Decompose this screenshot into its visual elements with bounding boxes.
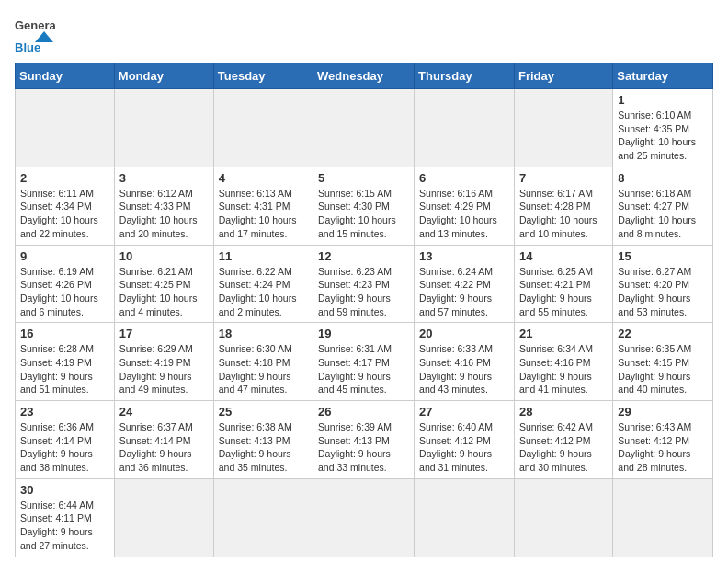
calendar-cell: 1Sunrise: 6:10 AM Sunset: 4:35 PM Daylig… xyxy=(613,89,713,167)
calendar-cell xyxy=(613,478,713,557)
day-info: Sunrise: 6:37 AM Sunset: 4:14 PM Dayligh… xyxy=(119,420,209,475)
day-info: Sunrise: 6:33 AM Sunset: 4:16 PM Dayligh… xyxy=(419,342,509,396)
weekday-header-tuesday: Tuesday xyxy=(213,63,313,89)
day-info: Sunrise: 6:17 AM Sunset: 4:28 PM Dayligh… xyxy=(519,187,608,241)
day-info: Sunrise: 6:18 AM Sunset: 4:27 PM Dayligh… xyxy=(618,187,708,241)
calendar-cell: 7Sunrise: 6:17 AM Sunset: 4:28 PM Daylig… xyxy=(514,167,612,245)
calendar-cell: 13Sunrise: 6:24 AM Sunset: 4:22 PM Dayli… xyxy=(415,245,515,323)
calendar-cell: 26Sunrise: 6:39 AM Sunset: 4:13 PM Dayli… xyxy=(313,401,415,479)
day-number: 2 xyxy=(20,171,109,185)
weekday-header-row: SundayMondayTuesdayWednesdayThursdayFrid… xyxy=(16,63,713,89)
calendar-cell xyxy=(514,89,612,167)
calendar-cell: 25Sunrise: 6:38 AM Sunset: 4:13 PM Dayli… xyxy=(213,401,313,479)
day-number: 13 xyxy=(419,249,509,263)
day-number: 28 xyxy=(519,405,608,419)
weekday-header-saturday: Saturday xyxy=(613,63,713,89)
day-number: 19 xyxy=(318,327,409,340)
calendar-cell: 4Sunrise: 6:13 AM Sunset: 4:31 PM Daylig… xyxy=(213,167,313,245)
svg-text:General: General xyxy=(15,18,55,32)
calendar-cell: 5Sunrise: 6:15 AM Sunset: 4:30 PM Daylig… xyxy=(313,167,415,245)
day-number: 9 xyxy=(20,249,109,263)
calendar-table: SundayMondayTuesdayWednesdayThursdayFrid… xyxy=(15,63,713,557)
calendar-cell: 28Sunrise: 6:42 AM Sunset: 4:12 PM Dayli… xyxy=(514,401,612,479)
day-info: Sunrise: 6:15 AM Sunset: 4:30 PM Dayligh… xyxy=(318,187,409,241)
weekday-header-friday: Friday xyxy=(514,63,612,89)
calendar-cell: 17Sunrise: 6:29 AM Sunset: 4:19 PM Dayli… xyxy=(114,323,213,401)
day-info: Sunrise: 6:11 AM Sunset: 4:34 PM Dayligh… xyxy=(20,187,109,241)
day-number: 17 xyxy=(119,327,209,340)
day-info: Sunrise: 6:38 AM Sunset: 4:13 PM Dayligh… xyxy=(219,420,308,475)
day-info: Sunrise: 6:22 AM Sunset: 4:24 PM Dayligh… xyxy=(219,265,308,319)
calendar-cell: 24Sunrise: 6:37 AM Sunset: 4:14 PM Dayli… xyxy=(114,401,213,479)
day-info: Sunrise: 6:13 AM Sunset: 4:31 PM Dayligh… xyxy=(219,187,308,241)
calendar-cell: 12Sunrise: 6:23 AM Sunset: 4:23 PM Dayli… xyxy=(313,245,415,323)
day-info: Sunrise: 6:12 AM Sunset: 4:33 PM Dayligh… xyxy=(119,187,209,241)
calendar-cell: 14Sunrise: 6:25 AM Sunset: 4:21 PM Dayli… xyxy=(514,245,612,323)
day-info: Sunrise: 6:30 AM Sunset: 4:18 PM Dayligh… xyxy=(219,342,308,396)
day-info: Sunrise: 6:19 AM Sunset: 4:26 PM Dayligh… xyxy=(20,265,109,319)
calendar-cell: 30Sunrise: 6:44 AM Sunset: 4:11 PM Dayli… xyxy=(16,478,115,557)
calendar-cell: 2Sunrise: 6:11 AM Sunset: 4:34 PM Daylig… xyxy=(16,167,115,245)
calendar-cell: 22Sunrise: 6:35 AM Sunset: 4:15 PM Dayli… xyxy=(613,323,713,401)
day-info: Sunrise: 6:24 AM Sunset: 4:22 PM Dayligh… xyxy=(419,265,509,319)
calendar-cell: 8Sunrise: 6:18 AM Sunset: 4:27 PM Daylig… xyxy=(613,167,713,245)
calendar-cell: 11Sunrise: 6:22 AM Sunset: 4:24 PM Dayli… xyxy=(213,245,313,323)
calendar-cell: 6Sunrise: 6:16 AM Sunset: 4:29 PM Daylig… xyxy=(415,167,515,245)
calendar-cell: 21Sunrise: 6:34 AM Sunset: 4:16 PM Dayli… xyxy=(514,323,612,401)
day-info: Sunrise: 6:40 AM Sunset: 4:12 PM Dayligh… xyxy=(419,420,509,475)
day-number: 27 xyxy=(419,405,509,419)
day-info: Sunrise: 6:27 AM Sunset: 4:20 PM Dayligh… xyxy=(618,265,708,319)
calendar-week-3: 9Sunrise: 6:19 AM Sunset: 4:26 PM Daylig… xyxy=(16,245,713,323)
calendar-cell: 18Sunrise: 6:30 AM Sunset: 4:18 PM Dayli… xyxy=(213,323,313,401)
day-info: Sunrise: 6:39 AM Sunset: 4:13 PM Dayligh… xyxy=(318,420,409,475)
day-number: 29 xyxy=(618,405,708,419)
calendar-cell xyxy=(415,89,515,167)
day-info: Sunrise: 6:10 AM Sunset: 4:35 PM Dayligh… xyxy=(618,109,708,163)
calendar-week-2: 2Sunrise: 6:11 AM Sunset: 4:34 PM Daylig… xyxy=(16,167,713,245)
day-number: 23 xyxy=(20,405,109,419)
calendar-week-6: 30Sunrise: 6:44 AM Sunset: 4:11 PM Dayli… xyxy=(16,478,713,557)
calendar-cell xyxy=(114,89,213,167)
calendar-week-5: 23Sunrise: 6:36 AM Sunset: 4:14 PM Dayli… xyxy=(16,401,713,479)
day-info: Sunrise: 6:36 AM Sunset: 4:14 PM Dayligh… xyxy=(20,420,109,475)
day-number: 30 xyxy=(20,483,109,497)
calendar-cell: 19Sunrise: 6:31 AM Sunset: 4:17 PM Dayli… xyxy=(313,323,415,401)
weekday-header-thursday: Thursday xyxy=(415,63,515,89)
day-number: 15 xyxy=(618,249,708,263)
calendar-cell: 15Sunrise: 6:27 AM Sunset: 4:20 PM Dayli… xyxy=(613,245,713,323)
day-info: Sunrise: 6:29 AM Sunset: 4:19 PM Dayligh… xyxy=(119,342,209,396)
day-info: Sunrise: 6:16 AM Sunset: 4:29 PM Dayligh… xyxy=(419,187,509,241)
day-number: 26 xyxy=(318,405,409,419)
weekday-header-wednesday: Wednesday xyxy=(313,63,415,89)
page-header: General Blue xyxy=(15,15,713,55)
day-info: Sunrise: 6:42 AM Sunset: 4:12 PM Dayligh… xyxy=(519,420,608,475)
calendar-cell xyxy=(213,478,313,557)
calendar-week-4: 16Sunrise: 6:28 AM Sunset: 4:19 PM Dayli… xyxy=(16,323,713,401)
day-info: Sunrise: 6:31 AM Sunset: 4:17 PM Dayligh… xyxy=(318,342,409,396)
day-info: Sunrise: 6:28 AM Sunset: 4:19 PM Dayligh… xyxy=(20,342,109,396)
calendar-week-1: 1Sunrise: 6:10 AM Sunset: 4:35 PM Daylig… xyxy=(16,89,713,167)
svg-text:Blue: Blue xyxy=(15,40,40,54)
calendar-cell: 16Sunrise: 6:28 AM Sunset: 4:19 PM Dayli… xyxy=(16,323,115,401)
logo-svg: General Blue xyxy=(15,15,55,55)
day-number: 3 xyxy=(119,171,209,185)
day-info: Sunrise: 6:35 AM Sunset: 4:15 PM Dayligh… xyxy=(618,342,708,396)
day-number: 25 xyxy=(219,405,308,419)
calendar-cell xyxy=(514,478,612,557)
day-number: 12 xyxy=(318,249,409,263)
calendar-cell xyxy=(415,478,515,557)
calendar-cell: 10Sunrise: 6:21 AM Sunset: 4:25 PM Dayli… xyxy=(114,245,213,323)
day-number: 4 xyxy=(219,171,308,185)
logo: General Blue xyxy=(15,15,55,55)
day-number: 6 xyxy=(419,171,509,185)
day-number: 5 xyxy=(318,171,409,185)
day-info: Sunrise: 6:34 AM Sunset: 4:16 PM Dayligh… xyxy=(519,342,608,396)
calendar-cell xyxy=(213,89,313,167)
day-info: Sunrise: 6:43 AM Sunset: 4:12 PM Dayligh… xyxy=(618,420,708,475)
day-info: Sunrise: 6:21 AM Sunset: 4:25 PM Dayligh… xyxy=(119,265,209,319)
day-info: Sunrise: 6:25 AM Sunset: 4:21 PM Dayligh… xyxy=(519,265,608,319)
day-number: 21 xyxy=(519,327,608,340)
calendar-cell: 29Sunrise: 6:43 AM Sunset: 4:12 PM Dayli… xyxy=(613,401,713,479)
day-number: 14 xyxy=(519,249,608,263)
day-number: 11 xyxy=(219,249,308,263)
